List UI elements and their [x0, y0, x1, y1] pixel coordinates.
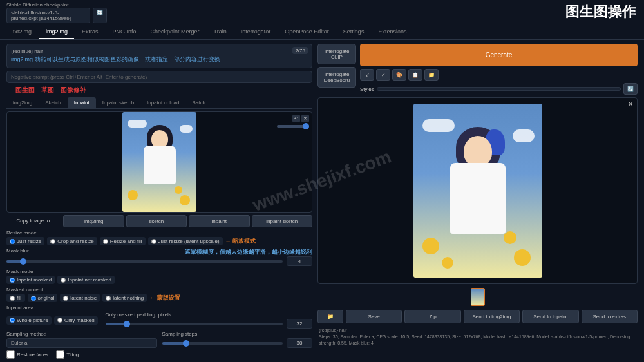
sampling-method-select[interactable]: Euler a [6, 338, 157, 348]
palette-icon[interactable]: 🎨 [392, 69, 406, 81]
neg-prompt[interactable]: Negative prompt (press Ctrl+Enter or Alt… [6, 71, 312, 83]
canvas-undo-icon[interactable]: ↶ [292, 115, 300, 122]
inpaint-canvas[interactable]: ↶ ✕ [6, 111, 312, 213]
subtab-inpaint-sketch[interactable]: Inpaint sketch [96, 97, 140, 108]
red-annotations: 图生图 草图 图像修补 [6, 86, 312, 95]
token-count: 2/75 [292, 47, 308, 54]
send-img2img-button[interactable]: Send to img2img [464, 310, 520, 323]
prompt-label: {red|blue} hair [11, 48, 308, 54]
clipboard-icon[interactable]: 📋 [408, 69, 422, 81]
interrogate-deepbooru-button[interactable]: Interrogate DeepBooru [317, 67, 356, 88]
interrogate-clip-button[interactable]: Interrogate CLIP [317, 44, 356, 64]
tab-extensions[interactable]: Extensions [372, 25, 413, 39]
mask-not-masked[interactable]: Inpaint not masked [57, 276, 115, 284]
send-inpaint-button[interactable]: Send to inpaint [522, 310, 578, 323]
sampling-steps-slider[interactable] [162, 342, 283, 345]
resize-fill[interactable]: Resize and fill [100, 237, 146, 245]
resize-annotation: ← 缩放模式 [225, 237, 256, 245]
copy-to-label: Copy image to: [6, 215, 61, 227]
tab-img2img[interactable]: img2img [39, 25, 74, 39]
check-icon[interactable]: ✓ [376, 69, 390, 81]
tab-checkpoint-merger[interactable]: Checkpoint Merger [144, 25, 206, 39]
tab-interrogator[interactable]: Interrogator [234, 25, 278, 39]
subtab-inpaint[interactable]: Inpaint [68, 97, 96, 108]
mask-blur-annotation: 遮罩模糊度，值越大边缘越平滑，越小边缘越锐利 [185, 248, 312, 256]
canvas-image[interactable] [122, 112, 196, 212]
restore-faces-check[interactable]: Restore faces [6, 350, 48, 359]
pad-value[interactable]: 32 [287, 319, 312, 329]
arrow-icon[interactable]: ↙ [360, 69, 374, 81]
sampling-steps-value[interactable]: 30 [287, 338, 312, 348]
mask-blur-slider[interactable] [6, 260, 283, 263]
send-extras-button[interactable]: Send to extras [582, 310, 638, 323]
ia-only-masked[interactable]: Only masked [54, 316, 98, 325]
zip-button[interactable]: Zip [404, 310, 460, 323]
subtab-inpaint-upload[interactable]: Inpaint upload [140, 97, 185, 108]
output-area: ✕ [317, 97, 638, 284]
copy-to-img2img[interactable]: img2img [63, 215, 124, 227]
overlay-title: 图生图操作 [565, 2, 636, 21]
tab-extras[interactable]: Extras [75, 25, 105, 39]
pad-slider[interactable] [106, 323, 283, 325]
mc-original[interactable]: original [28, 294, 58, 302]
resize-just-resize[interactable]: Just resize [6, 237, 44, 245]
sampling-steps-label: Sampling steps [162, 331, 313, 337]
main-tabs: txt2img img2img Extras PNG Info Checkpoi… [0, 25, 644, 40]
resize-latent[interactable]: Just resize (latent upscale) [148, 237, 223, 245]
inpaint-area-label: Inpaint area [6, 305, 312, 310]
mask-blur-value[interactable]: 4 [287, 256, 312, 266]
tab-pnginfo[interactable]: PNG Info [106, 25, 143, 39]
resize-crop[interactable]: Crop and resize [47, 237, 97, 245]
mask-masked[interactable]: Inpaint masked [6, 276, 55, 284]
top-bar: Stable Diffusion checkpoint stable-diffu… [0, 0, 644, 25]
subtab-sketch[interactable]: Sketch [39, 97, 67, 108]
checkpoint-select[interactable]: stable-diffusion-v1-5-pruned.ckpt [a1441… [6, 8, 90, 23]
output-thumbnail[interactable] [471, 288, 485, 306]
subtab-img2img[interactable]: img2img [6, 97, 39, 108]
subtab-batch[interactable]: Batch [185, 97, 211, 108]
folder-icon[interactable]: 📁 [424, 69, 439, 81]
mc-fill[interactable]: fill [6, 294, 25, 302]
open-folder-button[interactable]: 📁 [317, 310, 343, 323]
canvas-close-icon[interactable]: ✕ [301, 115, 309, 122]
masked-content-label: Masked content [6, 287, 312, 292]
resize-mode-label: Resize mode [6, 230, 312, 236]
subtabs: img2img Sketch Inpaint Inpaint sketch In… [6, 97, 312, 109]
tab-settings[interactable]: Settings [337, 25, 371, 39]
styles-select[interactable] [377, 87, 621, 91]
tab-train[interactable]: Train [207, 25, 233, 39]
mc-latent-nothing[interactable]: latent nothing [102, 294, 147, 302]
checkpoint-label: Stable Diffusion checkpoint [6, 2, 107, 8]
generate-button[interactable]: Generate [360, 44, 638, 66]
generation-info: {red|blue} hair Steps: 30, Sampler: Eule… [317, 326, 638, 347]
prompt-area[interactable]: {red|blue} hair img2img 功能可以生成与原图相似构图色彩的… [6, 44, 312, 68]
thumbnail-row [317, 287, 638, 307]
output-close-icon[interactable]: ✕ [628, 100, 633, 108]
tab-openpose[interactable]: OpenPose Editor [278, 25, 336, 39]
mc-annotation: ← 蒙版设置 [149, 294, 180, 302]
tiling-check[interactable]: Tiling [56, 350, 79, 359]
copy-to-inpaint-sketch[interactable]: inpaint sketch [252, 215, 313, 227]
output-image[interactable] [413, 104, 542, 278]
save-button[interactable]: Save [346, 310, 402, 323]
copy-to-inpaint[interactable]: inpaint [189, 215, 250, 227]
styles-label: Styles [360, 86, 374, 92]
tab-txt2img[interactable]: txt2img [6, 25, 38, 39]
brush-size-slider[interactable] [277, 125, 309, 128]
prompt-annotation: img2img 功能可以生成与原图相似构图色彩的画像，或者指定一部分内容进行变换 [11, 55, 308, 64]
mc-latent-noise[interactable]: latent noise [60, 294, 100, 302]
copy-to-sketch[interactable]: sketch [126, 215, 187, 227]
pad-label: Only masked padding, pixels [106, 312, 312, 318]
sampling-method-label: Sampling method [6, 331, 157, 337]
checkpoint-refresh[interactable]: 🔄 [93, 8, 107, 23]
mask-mode-label: Mask mode [6, 269, 312, 274]
ia-whole[interactable]: Whole picture [6, 316, 52, 325]
mask-blur-label: Mask blur [6, 248, 29, 255]
styles-refresh-icon[interactable]: 🔄 [623, 83, 638, 95]
